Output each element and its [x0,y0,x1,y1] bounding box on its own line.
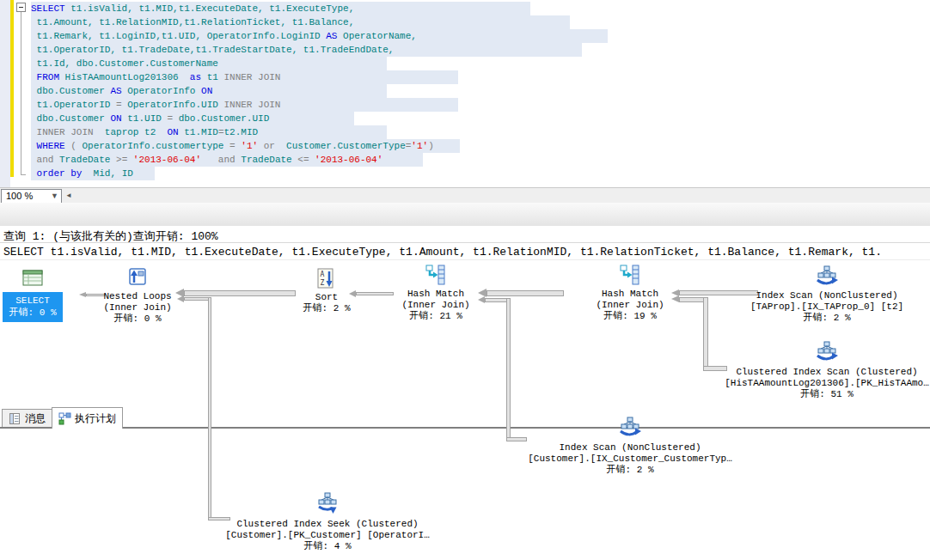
sql-line[interactable]: INNER JOIN taprop t2 ON t1.MID=t2.MID [31,125,258,139]
collapse-toggle-icon[interactable] [16,3,26,12]
plan-arrow-hashmatch1-to-sort[interactable] [356,292,394,295]
svg-text:Z: Z [321,279,325,287]
tab-messages[interactable]: 消息 [2,409,52,427]
editor-scroll-row: 100 % ▼ ◄ [0,187,930,203]
sql-line-text: FROM HisTAAmountLog201306 as t1 INNER JO… [31,72,280,82]
sql-line-text: t1.Amount, t1.RelationMID,t1.RelationTic… [31,17,354,27]
plan-arrow-indexscan-taprop-to-hashmatch2[interactable] [679,290,758,295]
plan-arrow-indexscan-customer-to-hashmatch1[interactable] [506,298,511,441]
plan-arrow-head[interactable] [671,289,679,296]
sql-line[interactable]: t1.Amount, t1.RelationMID,t1.RelationTic… [31,15,354,29]
plan-arrow-clusteredindexscan-to-hashmatch2[interactable] [679,297,707,302]
sql-line-text: dbo.Customer ON t1.UID = dbo.Customer.UI… [31,113,269,124]
plan-arrow-indexscan-customer-to-hashmatch1[interactable] [485,298,509,302]
tab-label: 执行计划 [75,411,116,426]
sql-line-text: WHERE ( OperatorInfo.customertype = '1' … [31,141,434,151]
plan-node-label: Hash Match(Inner Join)开销: 19 % [596,289,664,322]
plan-arrow-clusteredindexscan-to-hashmatch2[interactable] [703,297,708,371]
plan-arrow-head[interactable] [478,289,486,297]
sql-line[interactable]: t1.Remark, t1.LoginID,t1.UID, OperatorIn… [31,29,417,43]
hash-match-icon [424,263,448,287]
plan-arrow-clusteredindexscan-to-hashmatch2[interactable] [703,366,727,371]
plan-arrow-nestedloops-to-select[interactable] [86,294,105,296]
index-scan-icon [815,265,839,289]
statement-line: SELECT t1.isValid, t1.MID, t1.ExecuteDat… [3,246,930,259]
sql-line[interactable]: FROM HisTAAmountLog201306 as t1 INNER JO… [31,70,280,84]
tab-label: 消息 [25,411,46,426]
query-plan-window: SELECT t1.isValid, t1.MID,t1.ExecuteDate… [0,0,930,560]
scroll-left-button[interactable]: ◄ [62,190,76,202]
plan-node-label: Index Scan (NonClustered)[Customer].[IX_… [528,442,732,476]
plan-node-label: Clustered Index Scan (Clustered)[HisTAAm… [725,367,929,400]
plan-arrow-indexscan-customer-to-hashmatch1[interactable] [506,437,527,441]
plan-arrow-hashmatch2-to-hashmatch1[interactable] [486,290,564,296]
plan-node-label: SELECT开销: 0 % [3,292,63,322]
query-cost-line: 查询 1: (与该批有关的)查询开销: 100% [3,228,930,242]
sql-line-text: t1.Id, dbo.Customer.CustomerName [31,58,218,69]
sql-line-text: t1.OperatorID = OperatorInfo.UID INNER J… [31,100,280,110]
sql-line-text: t1.Remark, t1.LoginID,t1.UID, OperatorIn… [31,31,417,41]
change-tracking-bar [10,0,14,177]
tab-bar: 消息 执行计划 [0,203,930,226]
plan-arrow-sort-to-nestedloops[interactable] [184,290,296,296]
sql-line[interactable]: WHERE ( OperatorInfo.customertype = '1' … [31,139,434,153]
messages-icon [9,412,21,425]
sql-line-text: order by Mid, ID [31,168,133,179]
sql-line[interactable]: and TradeDate >= '2013-06-04' and TradeD… [31,153,382,167]
clustered-index-seek-icon [315,491,340,515]
plan-node-label: Index Scan (NonClustered)[TAProp].[IX_TA… [750,290,903,324]
editor-gutter [0,0,10,187]
tab-bar-bottom-line [0,427,930,429]
plan-separator [0,259,930,260]
zoom-dropdown[interactable]: 100 % ▼ [1,189,62,204]
execution-plan-icon [58,412,71,425]
plan-arrow-head[interactable] [177,295,184,302]
sql-line[interactable]: t1.OperatorID = OperatorInfo.UID INNER J… [31,98,280,112]
header-separator [0,242,930,243]
sql-line[interactable]: dbo.Customer ON t1.UID = dbo.Customer.UI… [31,112,269,125]
plan-node-label: Sort开销: 2 % [303,292,350,314]
plan-arrow-clusteredindexseek-to-nestedloops[interactable] [184,297,211,301]
outline-guide-line [21,12,21,174]
index-scan-icon [618,416,642,440]
outline-guide-tick [21,174,26,175]
plan-node-label: Clustered Index Seek (Clustered)[Custome… [225,519,430,552]
svg-text:A: A [321,271,325,278]
chevron-down-icon: ▼ [51,190,58,203]
sql-line-text: SELECT t1.isValid, t1.MID,t1.ExecuteDate… [31,3,354,14]
sort-icon: AZ [315,266,339,290]
tab-execution-plan[interactable]: 执行计划 [52,407,123,429]
zoom-value: 100 % [6,191,33,201]
sql-line[interactable]: dbo.Customer AS OperatorInfo ON [31,84,212,98]
sql-line[interactable]: t1.Id, dbo.Customer.CustomerName [31,57,218,70]
sql-line[interactable]: t1.OperatorID, t1.TradeDate,t1.TradeStar… [31,43,394,57]
nested-loops-icon [125,265,150,289]
plan-arrow-head[interactable] [79,292,86,297]
plan-node-label: Hash Match(Inner Join)开销: 21 % [401,289,469,322]
sql-line-text: t1.OperatorID, t1.TradeDate,t1.TradeStar… [31,45,394,55]
plan-arrow-head[interactable] [478,296,485,303]
plan-arrow-clusteredindexseek-to-nestedloops[interactable] [208,297,211,520]
plan-arrow-head[interactable] [671,295,679,302]
sql-line-text: dbo.Customer AS OperatorInfo ON [31,86,212,96]
sql-line[interactable]: SELECT t1.isValid, t1.MID,t1.ExecuteDate… [31,2,354,15]
sql-line-text: and TradeDate >= '2013-06-04' and TradeD… [31,155,382,165]
result-icon [21,266,45,290]
plan-node-label: Nested Loops(Inner Join)开销: 0 % [103,291,171,325]
plan-arrow-head[interactable] [175,289,184,297]
clustered-index-scan-icon [815,340,839,364]
sql-editor[interactable]: SELECT t1.isValid, t1.MID,t1.ExecuteDate… [0,0,930,187]
sql-line-text: INNER JOIN taprop t2 ON t1.MID=t2.MID [31,127,258,137]
sql-line[interactable]: order by Mid, ID [31,167,133,180]
hash-match-icon [618,263,642,287]
